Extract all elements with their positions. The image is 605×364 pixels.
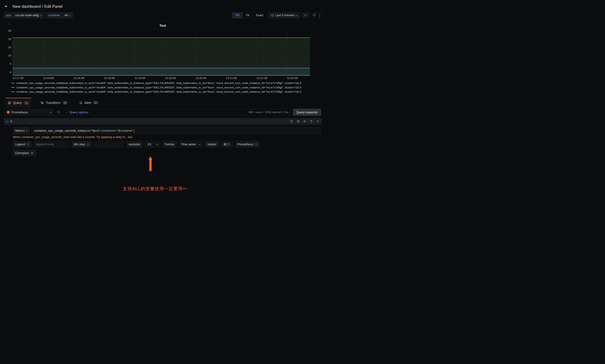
legend-swatch-icon: [11, 83, 14, 83]
legend-swatch-icon: [11, 87, 14, 88]
prometheus-label: Prometheusi: [235, 141, 260, 147]
query-inspector-button[interactable]: Query inspector: [293, 109, 321, 116]
chevron-down-icon: [40, 14, 42, 16]
copy-icon[interactable]: [297, 120, 300, 123]
svg-point-2: [9, 102, 11, 103]
series-line-2: [13, 68, 310, 68]
legend-item[interactable]: container_cpu_usage_seconds_total{beta_k…: [16, 90, 301, 94]
var-pod-label: pod: [4, 12, 13, 18]
var-container[interactable]: container All: [46, 12, 73, 18]
page-title: New dashboard / Edit Panel: [13, 4, 63, 9]
exemplars-label: Exemplars: [13, 150, 36, 156]
query-options-row[interactable]: Query options MD = auto = 1230 Interval …: [63, 109, 291, 116]
format-select[interactable]: Time series: [179, 141, 203, 147]
drag-handle-icon[interactable]: [316, 120, 319, 123]
trash-icon[interactable]: [310, 120, 313, 123]
query-options-link[interactable]: Query options: [69, 111, 88, 114]
svg-point-6: [291, 122, 292, 122]
legend-input[interactable]: legend format: [34, 141, 69, 147]
minstep-label: Min stepi: [71, 141, 91, 147]
instant-label: Instant: [205, 141, 219, 147]
annotation-arrow-icon: [149, 160, 152, 171]
panel-title: Test: [5, 23, 321, 29]
legend-item[interactable]: container_cpu_usage_seconds_total{beta_k…: [16, 85, 301, 90]
var-pod-value[interactable]: csi-cbs-node-sktfg: [13, 12, 44, 18]
series-line-1: [13, 38, 310, 38]
svg-point-4: [58, 113, 59, 113]
view-exact[interactable]: Exact: [253, 12, 266, 18]
chevron-down-icon: [68, 14, 71, 16]
prometheus-icon: [7, 111, 10, 114]
svg-point-16: [31, 153, 32, 153]
svg-point-14: [317, 122, 317, 122]
svg-point-12: [317, 121, 317, 122]
legend-label: Legendi: [13, 141, 31, 147]
legend-item[interactable]: container_cpu_usage_seconds_total{beta_k…: [16, 81, 301, 85]
chevron-down-icon: [319, 14, 320, 17]
series-line-3: [13, 75, 310, 76]
query-letter: A: [10, 120, 12, 123]
back-button[interactable]: [4, 4, 9, 9]
chart-legend[interactable]: container_cpu_usage_seconds_total{beta_k…: [5, 80, 321, 94]
chevron-down-icon: [296, 14, 298, 16]
eye-icon[interactable]: [31, 152, 33, 155]
info-icon[interactable]: i: [26, 143, 29, 145]
time-range-picker[interactable]: Last 5 minutes: [268, 12, 300, 18]
annotation-text: 支持ALL的变量使用一定要用=~: [123, 186, 188, 192]
tab-alert[interactable]: Alert 0: [77, 98, 101, 108]
chart-plot[interactable]: 25 20 15 10 5 0: [5, 29, 321, 76]
chevron-down-icon: [156, 143, 158, 145]
y-axis: 25 20 15 10 5 0: [5, 29, 13, 76]
eye-icon[interactable]: [303, 120, 306, 123]
refresh-group[interactable]: [311, 12, 322, 19]
svg-point-13: [318, 121, 319, 122]
x-axis: 12:17:3012:18:0012:18:3012:19:0012:19:30…: [5, 77, 321, 80]
panel-info-icon[interactable]: i: [9, 23, 10, 26]
tab-transform[interactable]: Transform 0: [38, 98, 70, 108]
svg-point-10: [317, 120, 317, 121]
datasource-help-button[interactable]: [56, 110, 61, 115]
view-fit[interactable]: Fit: [243, 12, 253, 18]
format-label: Format: [163, 141, 177, 147]
svg-point-15: [318, 122, 319, 122]
help-icon[interactable]: [290, 120, 293, 123]
time-range-text: Last 5 minutes: [276, 14, 294, 17]
legend-swatch-icon: [11, 91, 14, 92]
zoom-out-button[interactable]: [302, 13, 309, 18]
var-container-label: container: [46, 12, 62, 18]
query-meta-text: MD = auto = 1230 Interval = 15s: [249, 111, 288, 114]
query-count-badge: 1: [24, 101, 29, 105]
chevron-down-icon: [26, 129, 28, 131]
minstep-input[interactable]: [94, 141, 124, 147]
view-fill[interactable]: Fill: [232, 12, 243, 18]
view-mode-segment[interactable]: Fill Fit Exact: [232, 12, 267, 18]
tab-query[interactable]: Query 1: [6, 98, 31, 108]
series-area-2: [13, 68, 310, 76]
resolution-label: esolution: [126, 141, 143, 147]
collapse-icon[interactable]: [6, 120, 8, 122]
chevron-down-icon: [49, 111, 52, 113]
promql-input[interactable]: container_cpu_usage_seconds_total{pod="$…: [32, 127, 321, 134]
chevron-down-icon: [198, 143, 201, 145]
instant-toggle[interactable]: [221, 141, 233, 147]
metrics-label[interactable]: Metrics: [13, 127, 30, 134]
refresh-button[interactable]: [311, 12, 317, 18]
svg-point-9: [304, 121, 305, 122]
panel-container: i Test 25 20 15 10 5 0 12:17:3012:18:0: [4, 21, 322, 96]
refresh-menu[interactable]: [317, 12, 322, 18]
query-hint[interactable]: Metric container_cpu_usage_seconds_total…: [4, 135, 322, 140]
var-container-value[interactable]: All: [62, 12, 72, 18]
var-pod[interactable]: pod csi-cbs-node-sktfg: [4, 12, 44, 18]
query-a-header[interactable]: A: [4, 118, 322, 125]
datasource-select[interactable]: Prometheus: [4, 109, 54, 116]
series-area-3: [13, 76, 310, 76]
resolution-select[interactable]: 1/1: [145, 141, 160, 147]
svg-point-11: [318, 120, 319, 121]
info-icon[interactable]: i: [86, 143, 89, 145]
info-icon[interactable]: i: [255, 143, 257, 145]
